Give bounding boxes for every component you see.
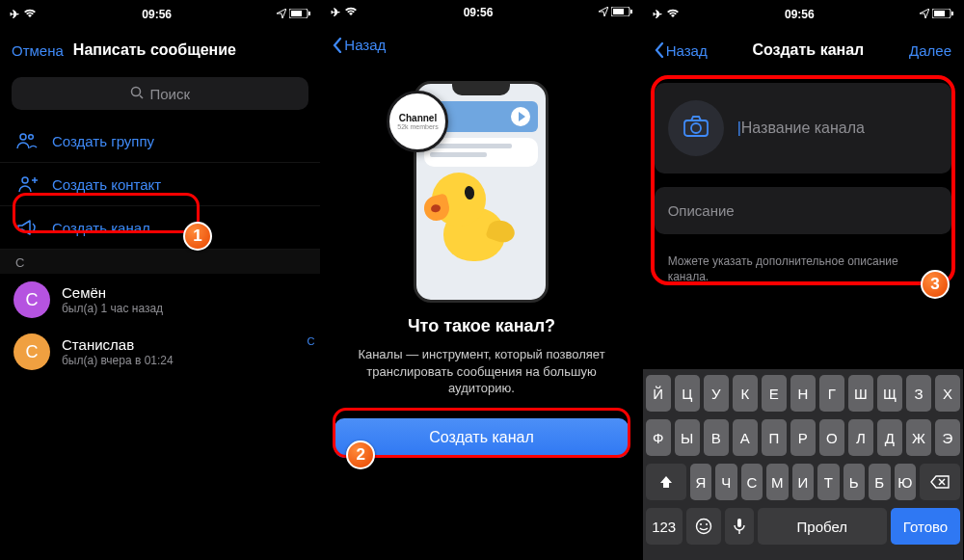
contact-status: был(а) 1 час назад bbox=[62, 302, 163, 315]
wifi-icon bbox=[666, 8, 680, 21]
key-letter[interactable]: Ш bbox=[848, 375, 873, 412]
contact-item[interactable]: С Семён был(а) 1 час назад bbox=[0, 274, 320, 326]
key-letter[interactable]: Р bbox=[790, 419, 816, 456]
promo-area: Channel 52k members Что такое канал? Кан… bbox=[321, 64, 641, 403]
key-letter[interactable]: Ч bbox=[715, 464, 736, 500]
key-letter[interactable]: Й bbox=[646, 375, 671, 412]
back-label: Назад bbox=[344, 37, 386, 53]
nav-header: Назад bbox=[321, 26, 641, 64]
key-letter[interactable]: И bbox=[792, 464, 814, 500]
action-create-group[interactable]: Создать группу bbox=[0, 120, 320, 163]
key-letter[interactable]: Х bbox=[935, 375, 960, 412]
key-letter[interactable]: У bbox=[704, 375, 729, 412]
action-label: Создать контакт bbox=[52, 176, 161, 193]
key-letter[interactable]: Я bbox=[690, 464, 711, 500]
battery-icon bbox=[611, 6, 632, 19]
status-bar: ✈ 09:56 bbox=[0, 0, 320, 29]
status-bar: ✈ 09:56 bbox=[321, 0, 641, 26]
key-space[interactable]: Пробел bbox=[758, 508, 887, 545]
svg-rect-12 bbox=[613, 9, 624, 14]
key-letter[interactable]: С bbox=[741, 464, 763, 500]
name-card: |Название канала bbox=[655, 83, 951, 173]
key-letter[interactable]: Е bbox=[762, 375, 787, 412]
key-shift[interactable] bbox=[646, 464, 686, 500]
keyboard: ЙЦУКЕНГШЩЗХ ФЫВАПРОЛДЖЭ ЯЧСМИТЬБЮ 123 bbox=[643, 369, 963, 560]
contact-status: был(а) вчера в 01:24 bbox=[62, 354, 174, 367]
key-letter[interactable]: М bbox=[766, 464, 788, 500]
promo-description: Каналы — инструмент, который позволяет т… bbox=[340, 346, 622, 397]
key-letter[interactable]: Щ bbox=[877, 375, 902, 412]
alpha-index[interactable]: С bbox=[307, 335, 314, 347]
group-icon bbox=[15, 129, 39, 152]
action-create-contact[interactable]: Создать контакт bbox=[0, 163, 320, 206]
key-letter[interactable]: К bbox=[733, 375, 758, 412]
key-mic[interactable] bbox=[725, 508, 754, 545]
channel-name-input[interactable]: |Название канала bbox=[737, 120, 938, 137]
key-letter[interactable]: Г bbox=[819, 375, 844, 412]
desc-hint: Можете указать дополнительное описание к… bbox=[655, 248, 951, 284]
key-letter[interactable]: Ф bbox=[646, 419, 671, 456]
svg-point-7 bbox=[22, 177, 28, 183]
key-letter[interactable]: Ь bbox=[844, 464, 865, 500]
key-letter[interactable]: Ц bbox=[675, 375, 700, 412]
duck-sticker bbox=[424, 173, 513, 269]
key-letter[interactable]: П bbox=[762, 419, 787, 456]
nav-title: Написать сообщение bbox=[73, 41, 309, 59]
status-time: 09:56 bbox=[785, 8, 815, 21]
section-header: С bbox=[0, 250, 320, 274]
svg-point-3 bbox=[132, 87, 141, 95]
key-letter[interactable]: Б bbox=[869, 464, 890, 500]
action-label: Создать группу bbox=[52, 133, 154, 149]
battery-icon bbox=[289, 8, 310, 21]
megaphone-icon bbox=[15, 216, 39, 239]
key-letter[interactable]: Э bbox=[935, 419, 960, 456]
svg-line-4 bbox=[140, 95, 143, 98]
key-backspace[interactable] bbox=[920, 464, 960, 500]
key-letter[interactable]: Л bbox=[848, 419, 873, 456]
back-button[interactable]: Назад bbox=[655, 42, 708, 59]
create-channel-button[interactable]: Создать канал bbox=[335, 418, 628, 458]
action-create-channel[interactable]: Создать канал bbox=[0, 206, 320, 250]
nav-header: Отмена Написать сообщение bbox=[0, 29, 320, 71]
next-button[interactable]: Далее bbox=[909, 42, 951, 59]
key-done[interactable]: Готово bbox=[891, 508, 960, 545]
search-icon bbox=[130, 86, 144, 102]
key-emoji[interactable] bbox=[686, 508, 721, 545]
key-letter[interactable]: А bbox=[733, 419, 758, 456]
contact-name: Семён bbox=[62, 284, 163, 301]
set-photo-button[interactable] bbox=[668, 100, 724, 156]
key-letter[interactable]: Ю bbox=[895, 464, 916, 500]
back-button[interactable]: Назад bbox=[333, 37, 386, 53]
key-letter[interactable]: Н bbox=[790, 375, 816, 412]
key-letter[interactable]: Ы bbox=[675, 419, 700, 456]
status-time: 09:56 bbox=[142, 8, 172, 21]
key-letter[interactable]: Д bbox=[877, 419, 902, 456]
wifi-icon bbox=[23, 8, 37, 21]
channel-desc-input[interactable]: Описание bbox=[655, 187, 951, 234]
search-input[interactable]: Поиск bbox=[12, 77, 308, 110]
key-letter[interactable]: О bbox=[819, 419, 844, 456]
svg-point-6 bbox=[29, 135, 34, 140]
avatar: С bbox=[13, 281, 50, 318]
svg-point-20 bbox=[696, 520, 710, 534]
svg-rect-15 bbox=[934, 11, 945, 16]
key-letter[interactable]: Т bbox=[817, 464, 839, 500]
screen-channel-create: ✈ 09:56 Назад Создать канал Далее bbox=[643, 0, 964, 560]
nav-header: Назад Создать канал Далее bbox=[643, 29, 963, 71]
status-bar: ✈ 09:56 bbox=[643, 0, 963, 29]
svg-point-22 bbox=[706, 523, 708, 525]
key-letter[interactable]: В bbox=[704, 419, 729, 456]
key-letter[interactable]: Ж bbox=[906, 419, 931, 456]
action-label: Создать канал bbox=[52, 220, 150, 236]
key-123[interactable]: 123 bbox=[646, 508, 683, 545]
svg-rect-1 bbox=[308, 12, 310, 15]
cancel-button[interactable]: Отмена bbox=[12, 42, 64, 59]
nav-title: Создать канал bbox=[708, 41, 909, 59]
location-icon bbox=[920, 8, 929, 21]
contact-item[interactable]: С Станислав был(а) вчера в 01:24 bbox=[0, 326, 320, 378]
svg-rect-14 bbox=[951, 12, 953, 15]
svg-point-21 bbox=[700, 523, 702, 525]
back-label: Назад bbox=[666, 42, 708, 59]
key-letter[interactable]: З bbox=[906, 375, 931, 412]
svg-point-17 bbox=[691, 123, 701, 133]
